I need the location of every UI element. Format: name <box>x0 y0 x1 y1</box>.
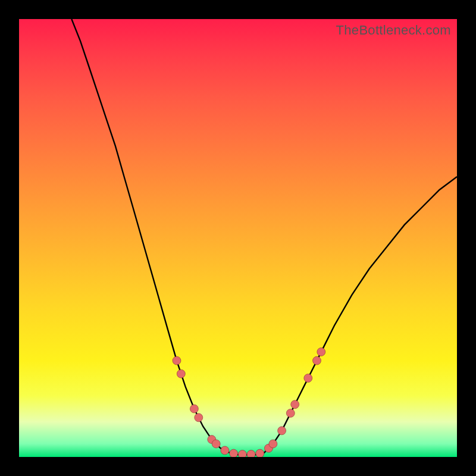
data-marker <box>313 356 321 365</box>
chart-plot-area: TheBottleneck.com <box>19 19 457 457</box>
data-marker <box>230 449 238 457</box>
data-marker <box>304 374 312 383</box>
data-marker <box>221 446 229 455</box>
data-marker <box>256 449 264 457</box>
marker-group <box>173 347 325 457</box>
data-marker <box>291 400 299 409</box>
chart-svg <box>19 19 457 457</box>
data-marker <box>247 450 255 457</box>
data-marker <box>269 440 277 448</box>
bottleneck-curve <box>71 19 457 455</box>
data-marker <box>212 440 220 448</box>
data-marker <box>195 414 203 422</box>
data-marker <box>278 427 286 435</box>
data-marker <box>173 356 181 365</box>
data-marker <box>286 409 295 417</box>
data-marker <box>190 405 198 413</box>
data-marker <box>238 450 246 457</box>
data-marker <box>177 369 185 378</box>
data-marker <box>317 347 325 356</box>
chart-frame: TheBottleneck.com <box>0 0 476 476</box>
